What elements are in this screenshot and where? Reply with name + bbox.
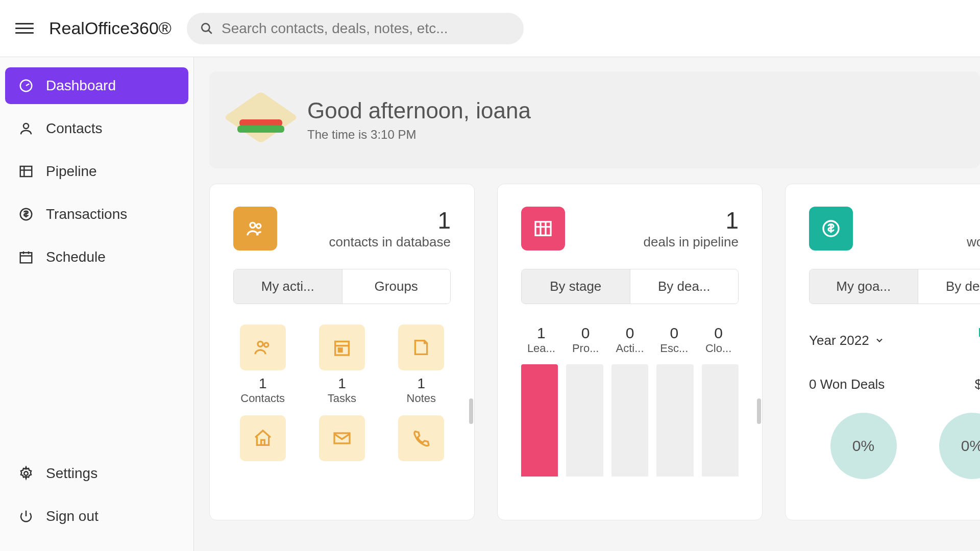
sidebar-item-settings[interactable]: Settings [5, 455, 188, 492]
activity-mail[interactable] [312, 415, 371, 466]
search-bar[interactable] [187, 13, 524, 44]
note-icon [411, 337, 431, 358]
bar-prospect [566, 364, 603, 477]
svg-rect-4 [20, 166, 32, 177]
tab-my-goals[interactable]: My goa... [810, 269, 918, 304]
contacts-count: 1 [329, 207, 451, 234]
sidebar-item-transactions[interactable]: Transactions [5, 196, 188, 233]
gauge-won-deals: 0% [830, 413, 897, 479]
svg-point-13 [250, 222, 255, 228]
people-icon [253, 337, 273, 358]
svg-point-16 [264, 343, 268, 347]
search-icon [200, 21, 213, 36]
deals-label: deals in pipeline [644, 234, 739, 250]
svg-point-14 [257, 224, 261, 228]
person-icon [18, 121, 34, 136]
sidebar: Dashboard Contacts Pipeline Transactions… [0, 57, 194, 551]
sidebar-item-dashboard[interactable]: Dashboard [5, 67, 188, 104]
deals-count: 1 [644, 207, 739, 234]
tab-by-deal[interactable]: By dea... [630, 269, 739, 304]
tab-my-activities[interactable]: My acti... [234, 269, 342, 304]
bar-active [611, 364, 648, 477]
tab-groups[interactable]: Groups [342, 269, 451, 304]
svg-point-3 [23, 123, 29, 129]
goals-card: 0 won deals My goa... By dea... Year 202… [785, 184, 980, 520]
speedometer-icon [18, 78, 34, 93]
phone-icon [411, 428, 431, 448]
svg-rect-8 [20, 253, 32, 263]
sidebar-item-label: Schedule [46, 249, 106, 265]
gear-icon [18, 466, 34, 481]
won-deals-stat: 0 Won Deals [809, 377, 885, 392]
sidebar-item-label: Dashboard [46, 78, 116, 94]
activity-home[interactable] [233, 415, 292, 466]
contacts-card: 1 contacts in database My acti... Groups… [209, 184, 475, 520]
sandwich-icon [233, 92, 289, 148]
pipeline-icon [18, 164, 34, 179]
sidebar-item-contacts[interactable]: Contacts [5, 110, 188, 147]
sidebar-item-label: Pipeline [46, 163, 97, 180]
stage-labels: 1Lea... 0Pro... 0Acti... 0Esc... 0Clo... [521, 324, 739, 355]
sidebar-item-label: Sign out [46, 508, 99, 524]
menu-button[interactable] [15, 19, 34, 38]
deals-card-icon [521, 207, 565, 251]
scrollbar-thumb[interactable] [757, 398, 761, 424]
greeting-card: Good afternoon, ioana The time is 3:10 P… [209, 71, 980, 168]
svg-rect-19 [338, 348, 342, 352]
sidebar-item-signout[interactable]: Sign out [5, 498, 188, 535]
greeting-title: Good afternoon, ioana [307, 98, 531, 123]
activity-tasks[interactable]: 1 Tasks [312, 324, 371, 405]
tab-by-stage[interactable]: By stage [522, 269, 630, 304]
main-content: Good afternoon, ioana The time is 3:10 P… [194, 57, 980, 551]
power-icon [18, 509, 34, 524]
scrollbar-thumb[interactable] [469, 398, 473, 424]
tab-goals-by-deal[interactable]: By dea... [918, 269, 981, 304]
dollar-circle-icon [821, 218, 841, 239]
sidebar-item-pipeline[interactable]: Pipeline [5, 153, 188, 190]
svg-point-12 [24, 471, 28, 475]
mail-icon [332, 428, 352, 448]
table-icon [533, 218, 553, 239]
contacts-label: contacts in database [329, 234, 451, 250]
edit-goals-link[interactable]: Edit my goals [970, 324, 980, 356]
chevron-down-icon [874, 335, 885, 345]
activity-phone[interactable] [392, 415, 451, 466]
brand-title: RealOffice360® [49, 18, 172, 38]
sidebar-item-label: Contacts [46, 120, 103, 137]
year-selector[interactable]: Year 2022 [809, 333, 885, 348]
svg-rect-22 [535, 222, 551, 236]
sidebar-item-schedule[interactable]: Schedule [5, 239, 188, 276]
sidebar-item-label: Transactions [46, 206, 127, 222]
sidebar-item-label: Settings [46, 465, 97, 482]
goals-card-icon [809, 207, 853, 251]
deals-card: 1 deals in pipeline By stage By dea... 1… [497, 184, 763, 520]
people-icon [245, 218, 265, 239]
bar-escrow [656, 364, 693, 477]
bar-lead [521, 364, 558, 477]
svg-line-1 [208, 30, 212, 34]
goals-count: 0 [967, 207, 980, 234]
sales-stat: $0 Sales [975, 377, 980, 392]
dollar-icon [18, 207, 34, 222]
search-input[interactable] [222, 20, 510, 37]
activity-grid: 1 Contacts 1 Tasks 1 Notes [233, 324, 451, 466]
svg-rect-20 [261, 440, 264, 445]
home-icon [253, 428, 273, 448]
stage-bar-chart [521, 364, 739, 477]
goals-label: won deals [967, 234, 980, 250]
activity-contacts[interactable]: 1 Contacts [233, 324, 292, 405]
bar-closed [702, 364, 739, 477]
contacts-tabs: My acti... Groups [233, 269, 451, 304]
gauge-sales: 0% [939, 413, 981, 479]
calendar-task-icon [332, 337, 352, 358]
greeting-subtitle: The time is 3:10 PM [307, 128, 531, 142]
calendar-icon [18, 249, 34, 265]
app-header: RealOffice360® [0, 0, 980, 57]
activity-notes[interactable]: 1 Notes [392, 324, 451, 405]
svg-point-15 [258, 341, 263, 346]
deals-tabs: By stage By dea... [521, 269, 739, 304]
svg-point-0 [202, 23, 209, 31]
goals-tabs: My goa... By dea... [809, 269, 980, 304]
contacts-card-icon [233, 207, 277, 251]
